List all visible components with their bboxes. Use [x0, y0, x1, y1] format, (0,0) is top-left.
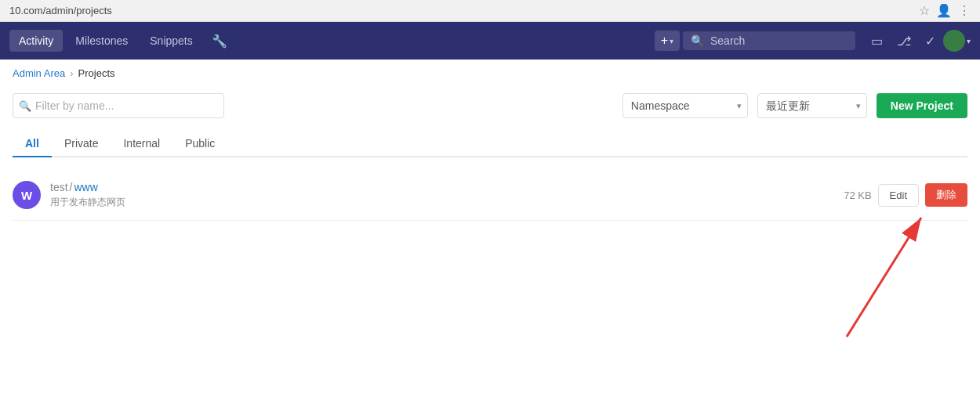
- sort-select[interactable]: 最近更新 Name Created: [757, 93, 867, 118]
- project-size: 72 KB: [844, 189, 871, 201]
- project-meta: 72 KB Edit 删除: [844, 183, 967, 207]
- main-content: 🔍 Namespace All ▾ 最近更新 Name Created ▾: [0, 87, 980, 233]
- filter-row: 🔍 Namespace All ▾ 最近更新 Name Created ▾: [13, 87, 967, 118]
- tab-public[interactable]: Public: [172, 131, 227, 157]
- avatar[interactable]: [943, 30, 965, 52]
- tab-private[interactable]: Private: [52, 131, 111, 157]
- dropdown-chevron-icon: ▾: [670, 37, 673, 45]
- tab-internal[interactable]: Internal: [111, 131, 172, 157]
- breadcrumb-parent[interactable]: Admin Area: [13, 67, 65, 79]
- filter-input-wrapper: 🔍: [13, 93, 224, 118]
- namespace-select-wrapper: Namespace All ▾: [622, 93, 748, 118]
- filter-search-icon: 🔍: [19, 100, 31, 112]
- svg-line-1: [847, 218, 921, 337]
- sort-select-wrapper: 最近更新 Name Created ▾: [757, 93, 867, 118]
- wrench-icon-button[interactable]: 🔧: [205, 29, 234, 53]
- nav-right-icons: ▭ ⎇ ✓ ▾: [865, 29, 971, 53]
- search-icon: 🔍: [691, 34, 704, 47]
- nav-item-milestones[interactable]: Milestones: [66, 30, 137, 52]
- breadcrumb-separator: ›: [70, 67, 73, 79]
- nav-item-activity[interactable]: Activity: [9, 30, 63, 52]
- avatar-dropdown-chevron[interactable]: ▾: [967, 37, 971, 45]
- page-wrapper: 10.com/admin/projects ☆ 👤 ⋮ Activity Mil…: [0, 0, 980, 397]
- todo-icon-button[interactable]: ✓: [919, 29, 942, 53]
- panel-icon-button[interactable]: ▭: [865, 29, 889, 53]
- top-nav: Activity Milestones Snippets 🔧 + ▾ 🔍 ▭ ⎇…: [0, 22, 980, 60]
- project-title[interactable]: test/www: [50, 181, 834, 193]
- table-row: W test/www 用于发布静态网页 72 KB Edit 删除: [13, 170, 967, 221]
- project-namespace: test: [50, 181, 68, 193]
- search-box: 🔍: [683, 31, 855, 50]
- plus-icon: +: [661, 34, 668, 48]
- url-text: 10.com/admin/projects: [9, 5, 112, 16]
- address-bar: 10.com/admin/projects ☆ 👤 ⋮: [0, 0, 980, 22]
- breadcrumb-current: Projects: [78, 67, 115, 79]
- project-description: 用于发布静态网页: [50, 196, 834, 209]
- search-input[interactable]: [710, 34, 836, 47]
- breadcrumb: Admin Area › Projects: [0, 60, 980, 87]
- new-item-button[interactable]: + ▾: [655, 31, 680, 51]
- avatar-letter: W: [21, 189, 32, 202]
- slash-separator: /: [70, 181, 73, 193]
- tabs-row: All Private Internal Public: [13, 131, 967, 157]
- merge-request-icon-button[interactable]: ⎇: [891, 29, 917, 53]
- menu-dots-icon: ⋮: [958, 3, 971, 18]
- project-name: www: [74, 181, 97, 193]
- new-project-button[interactable]: New Project: [877, 93, 967, 118]
- project-list: W test/www 用于发布静态网页 72 KB Edit 删除: [13, 170, 967, 221]
- nav-item-snippets[interactable]: Snippets: [140, 30, 201, 52]
- project-info: test/www 用于发布静态网页: [50, 181, 834, 209]
- filter-by-name-input[interactable]: [13, 93, 224, 118]
- namespace-select[interactable]: Namespace All: [622, 93, 748, 118]
- account-icon: 👤: [936, 3, 952, 18]
- tab-all[interactable]: All: [13, 131, 52, 157]
- edit-button[interactable]: Edit: [878, 184, 919, 207]
- bookmark-icon: ☆: [919, 3, 930, 18]
- delete-button[interactable]: 删除: [925, 183, 967, 207]
- project-avatar: W: [13, 181, 41, 209]
